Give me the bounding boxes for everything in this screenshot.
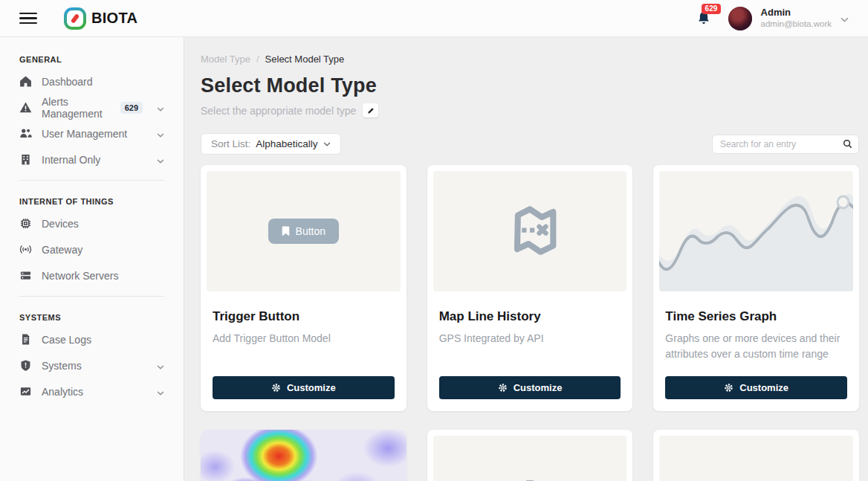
sidebar-item-user-management[interactable]: User Management — [0, 120, 184, 146]
sidebar-item-label: Dashboard — [42, 76, 164, 88]
biota-logo-icon — [64, 7, 86, 30]
brand[interactable]: BIOTA — [64, 7, 137, 30]
sidebar-item-case-logs[interactable]: Case Logs — [0, 326, 184, 352]
chevron-down-icon — [157, 360, 164, 372]
sidebar-item-label: Case Logs — [42, 334, 164, 346]
search-input[interactable] — [720, 139, 843, 149]
user-name: Admin — [761, 7, 832, 19]
search-box — [712, 135, 859, 154]
chevron-down-icon — [157, 102, 164, 114]
sidebar-item-label: Systems — [42, 360, 147, 372]
document-icon — [19, 333, 32, 346]
customize-label: Customize — [514, 382, 563, 393]
user-email: admin@biota.work — [761, 19, 832, 29]
sidebar-item-internal-only[interactable]: Internal Only — [0, 146, 184, 172]
broadcast-icon — [19, 243, 32, 256]
shield-icon — [19, 359, 32, 372]
alerts-count-badge: 629 — [120, 102, 143, 114]
card-description: Add Trigger Button Model — [213, 331, 395, 346]
avatar — [728, 7, 752, 30]
sidebar-item-analytics[interactable]: Analytics — [0, 378, 184, 404]
sidebar-item-label: Analytics — [42, 386, 147, 398]
preview-button-label: Button — [296, 225, 326, 237]
heatmap-preview — [201, 430, 407, 481]
trigger-button-preview: Button — [207, 171, 401, 291]
chip-icon — [19, 217, 32, 230]
server-icon — [19, 269, 32, 282]
menu-icon[interactable] — [19, 13, 37, 25]
topbar: BIOTA 629 Admin admin@biota.work — [0, 0, 868, 37]
chevron-down-icon — [841, 12, 849, 25]
sort-label: Sort List: — [211, 138, 250, 149]
sidebar-item-systems[interactable]: Systems — [0, 352, 184, 378]
alert-triangle-icon — [19, 101, 32, 114]
breadcrumb-separator: / — [256, 54, 259, 65]
breadcrumb-parent[interactable]: Model Type — [201, 54, 250, 65]
sort-value: Alphabetically — [256, 138, 317, 149]
sidebar-section-systems: SYSTEMS — [0, 304, 184, 326]
card-description: GPS Integrated by API — [439, 331, 621, 346]
notifications-button[interactable]: 629 — [696, 10, 712, 27]
stopwatch-preview — [433, 436, 627, 481]
bookmark-icon — [282, 226, 290, 236]
model-type-grid: Button Trigger Button Add Trigger Button… — [201, 165, 859, 481]
user-menu[interactable]: Admin admin@biota.work — [728, 7, 849, 30]
card-person-pin — [653, 430, 859, 481]
map-preview — [433, 171, 627, 291]
customize-button[interactable]: Customize — [439, 376, 621, 399]
map-icon — [498, 199, 562, 263]
notification-count-badge: 629 — [702, 4, 722, 14]
customize-button[interactable]: Customize — [665, 376, 847, 399]
customize-button[interactable]: Customize — [213, 376, 395, 399]
divider — [19, 180, 164, 181]
main-content: Model Type / Select Model Type Select Mo… — [184, 37, 868, 481]
card-stopwatch — [427, 430, 633, 481]
search-icon[interactable] — [843, 139, 852, 149]
gear-icon — [271, 383, 281, 393]
card-time-series-graph: Time Series Graph Graphs one or more dev… — [653, 165, 859, 411]
chevron-down-icon — [323, 142, 331, 146]
person-pin-preview — [659, 436, 853, 481]
sidebar-item-dashboard[interactable]: Dashboard — [0, 68, 184, 94]
stopwatch-icon — [499, 477, 561, 481]
card-trigger-button: Button Trigger Button Add Trigger Button… — [201, 165, 407, 411]
preview-button-pill: Button — [268, 219, 339, 244]
page-subtitle: Select the appropriate model type — [201, 105, 356, 117]
sidebar-item-label: Internal Only — [42, 154, 147, 166]
sidebar-item-label: User Management — [42, 128, 147, 140]
line-graph-preview — [659, 171, 853, 291]
sidebar-item-devices[interactable]: Devices — [0, 210, 184, 236]
brand-name: BIOTA — [91, 10, 137, 27]
sidebar-item-network-servers[interactable]: Network Servers — [0, 262, 184, 288]
sidebar-item-gateway[interactable]: Gateway — [0, 236, 184, 262]
customize-label: Customize — [739, 382, 788, 393]
breadcrumb: Model Type / Select Model Type — [201, 54, 859, 65]
pencil-icon — [367, 107, 375, 114]
home-icon — [19, 75, 32, 88]
sidebar-item-label: Alerts Management — [42, 96, 111, 120]
building-icon — [19, 153, 32, 166]
card-heatmap — [201, 430, 407, 481]
sidebar-item-alerts-management[interactable]: Alerts Management 629 — [0, 94, 184, 120]
chevron-down-icon — [157, 128, 164, 140]
sidebar: GENERAL Dashboard Alerts Management 629 … — [0, 37, 184, 481]
card-description: Graphs one or more devices and their att… — [665, 331, 847, 361]
chart-icon — [19, 385, 32, 398]
divider — [19, 296, 164, 297]
card-title: Time Series Graph — [665, 309, 847, 324]
sidebar-section-iot: INTERNET OF THINGS — [0, 188, 184, 210]
edit-subtitle-button[interactable] — [363, 103, 378, 117]
sort-dropdown[interactable]: Sort List: Alphabetically — [201, 133, 341, 155]
sidebar-item-label: Network Servers — [42, 270, 164, 282]
sidebar-section-general: GENERAL — [0, 46, 184, 68]
chevron-down-icon — [157, 386, 164, 398]
breadcrumb-current: Select Model Type — [265, 54, 345, 65]
card-title: Map Line History — [439, 309, 621, 324]
card-map-line-history: Map Line History GPS Integrated by API C… — [427, 165, 633, 411]
line-graph-icon — [659, 171, 853, 291]
chevron-down-icon — [157, 154, 164, 166]
page-title: Select Model Type — [201, 74, 859, 97]
users-icon — [19, 127, 32, 140]
card-title: Trigger Button — [213, 309, 395, 324]
gear-icon — [498, 383, 508, 393]
